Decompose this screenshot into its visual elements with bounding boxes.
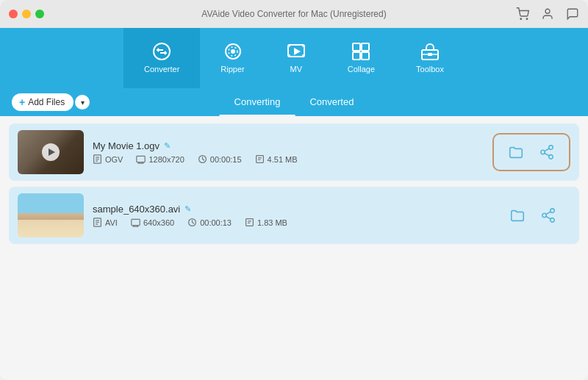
svg-line-54 bbox=[546, 212, 551, 215]
tab-converting[interactable]: Converting bbox=[220, 88, 295, 116]
collage-icon bbox=[351, 41, 371, 62]
svg-point-34 bbox=[541, 150, 545, 154]
meta-format-2: AVI bbox=[93, 218, 118, 227]
nav-item-collage[interactable]: Collage bbox=[327, 28, 395, 88]
svg-rect-14 bbox=[353, 43, 360, 51]
format-icon-1 bbox=[93, 154, 102, 164]
tab-converted[interactable]: Converted bbox=[295, 88, 368, 116]
add-files-button[interactable]: + Add Files bbox=[12, 93, 74, 111]
svg-point-2 bbox=[545, 9, 550, 13]
svg-rect-11 bbox=[302, 45, 304, 47]
nav-item-toolbox[interactable]: Toolbox bbox=[395, 28, 465, 88]
app-window: AVAide Video Converter for Mac (Unregist… bbox=[0, 0, 588, 380]
open-folder-button-1[interactable] bbox=[503, 139, 529, 165]
resolution-value-1: 1280x720 bbox=[148, 155, 184, 164]
file-item-1: My Movie 1.ogv ✎ OGV bbox=[9, 123, 579, 181]
size-icon-1 bbox=[255, 154, 265, 164]
format-value-1: OGV bbox=[105, 155, 123, 164]
meta-size-1: 4.51 MB bbox=[255, 154, 298, 164]
resolution-icon-1 bbox=[136, 154, 146, 164]
svg-line-53 bbox=[546, 216, 551, 219]
file-name-2: sample_640x360.avi bbox=[93, 204, 180, 215]
nav-bar: Converter Ripper MV bbox=[0, 28, 588, 88]
svg-point-35 bbox=[549, 155, 553, 159]
plus-icon: + bbox=[19, 96, 25, 108]
tab-group: Converting Converted bbox=[220, 88, 369, 116]
converter-icon bbox=[151, 41, 172, 62]
file-meta-1: OGV 1280x720 bbox=[93, 154, 484, 164]
svg-rect-15 bbox=[362, 43, 369, 51]
profile-icon[interactable] bbox=[541, 7, 554, 21]
edit-icon-1[interactable]: ✎ bbox=[164, 141, 171, 151]
svg-line-37 bbox=[545, 148, 549, 151]
folder-icon-2 bbox=[509, 207, 526, 223]
format-value-2: AVI bbox=[105, 218, 118, 227]
share-button-1[interactable] bbox=[534, 139, 560, 165]
minimize-button[interactable] bbox=[22, 10, 31, 18]
meta-duration-2: 00:00:13 bbox=[187, 218, 232, 227]
nav-item-converter[interactable]: Converter bbox=[123, 28, 200, 88]
svg-point-33 bbox=[549, 146, 553, 150]
meta-format-1: OGV bbox=[93, 154, 123, 164]
edit-icon-2[interactable]: ✎ bbox=[184, 204, 191, 214]
nav-label-mv: MV bbox=[290, 65, 302, 74]
svg-rect-20 bbox=[428, 53, 432, 56]
nav-label-ripper: Ripper bbox=[220, 65, 244, 74]
cart-icon[interactable] bbox=[516, 7, 529, 21]
toolbox-icon bbox=[420, 41, 440, 62]
meta-resolution-1: 1280x720 bbox=[136, 154, 184, 164]
size-value-2: 1.83 MB bbox=[257, 218, 287, 227]
svg-point-1 bbox=[526, 18, 528, 20]
svg-point-52 bbox=[551, 218, 555, 223]
thumbnail-2 bbox=[18, 193, 84, 237]
nav-label-toolbox: Toolbox bbox=[416, 65, 444, 74]
duration-icon-2 bbox=[187, 218, 197, 227]
svg-line-36 bbox=[545, 153, 549, 156]
svg-rect-13 bbox=[302, 54, 304, 57]
duration-icon-1 bbox=[198, 154, 207, 164]
file-info-2: sample_640x360.avi ✎ AVI bbox=[93, 204, 487, 227]
file-info-1: My Movie 1.ogv ✎ OGV bbox=[93, 140, 484, 164]
file-name-row-2: sample_640x360.avi ✎ bbox=[93, 204, 487, 215]
open-folder-button-2[interactable] bbox=[504, 202, 531, 229]
play-button-1[interactable] bbox=[42, 143, 60, 161]
close-button[interactable] bbox=[9, 10, 18, 18]
maximize-button[interactable] bbox=[35, 10, 44, 18]
play-triangle-icon bbox=[49, 148, 55, 156]
svg-point-51 bbox=[542, 213, 547, 218]
nav-label-collage: Collage bbox=[348, 65, 375, 74]
title-bar: AVAide Video Converter for Mac (Unregist… bbox=[0, 0, 588, 28]
thumbnail-1 bbox=[18, 130, 84, 174]
add-files-dropdown-button[interactable]: ▾ bbox=[75, 95, 90, 110]
svg-rect-47 bbox=[246, 219, 254, 226]
file-list: My Movie 1.ogv ✎ OGV bbox=[0, 116, 588, 380]
mv-icon bbox=[286, 41, 306, 62]
svg-point-3 bbox=[154, 43, 170, 60]
format-icon-2 bbox=[93, 218, 102, 227]
size-value-1: 4.51 MB bbox=[268, 155, 298, 164]
meta-duration-1: 00:00:15 bbox=[198, 154, 242, 164]
svg-rect-10 bbox=[288, 45, 290, 47]
share-button-2[interactable] bbox=[535, 202, 562, 229]
size-icon-2 bbox=[245, 218, 254, 227]
svg-point-7 bbox=[231, 49, 235, 54]
meta-resolution-2: 640x360 bbox=[131, 218, 174, 227]
svg-point-50 bbox=[551, 209, 555, 213]
action-group-2 bbox=[495, 198, 570, 233]
share-icon-1 bbox=[539, 144, 555, 160]
svg-rect-42 bbox=[132, 219, 140, 225]
share-icon-2 bbox=[540, 207, 556, 223]
file-name-1: My Movie 1.ogv bbox=[93, 140, 159, 151]
resolution-value-2: 640x360 bbox=[143, 218, 174, 227]
meta-size-2: 1.83 MB bbox=[245, 218, 287, 227]
folder-icon-1 bbox=[508, 144, 524, 160]
app-title: AVAide Video Converter for Mac (Unregist… bbox=[201, 9, 386, 19]
svg-rect-16 bbox=[353, 52, 360, 60]
nav-item-mv[interactable]: MV bbox=[265, 28, 327, 88]
svg-rect-25 bbox=[137, 156, 145, 162]
title-bar-actions bbox=[516, 7, 579, 21]
file-name-row-1: My Movie 1.ogv ✎ bbox=[93, 140, 484, 151]
resolution-icon-2 bbox=[131, 218, 140, 227]
nav-item-ripper[interactable]: Ripper bbox=[200, 28, 265, 88]
message-icon[interactable] bbox=[566, 7, 579, 21]
